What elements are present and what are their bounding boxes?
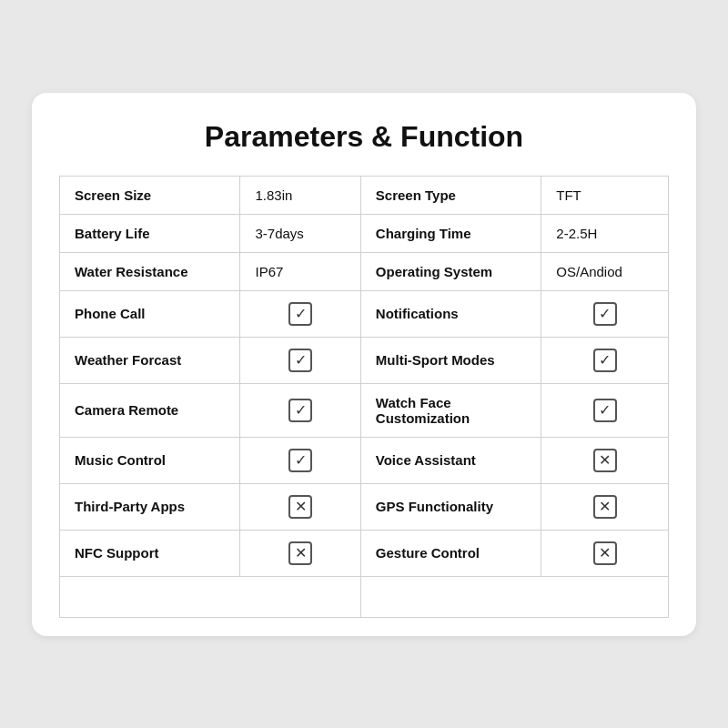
right-label: Operating System	[360, 252, 541, 290]
left-label: NFC Support	[60, 530, 240, 576]
left-label: Battery Life	[60, 214, 240, 252]
right-value: 2-2.5H	[541, 214, 669, 252]
left-label: Water Resistance	[60, 252, 240, 290]
right-value: TFT	[541, 176, 669, 214]
check-yes-icon: ✓	[288, 302, 312, 326]
check-no-icon: ✕	[593, 449, 617, 472]
empty-row	[60, 576, 669, 617]
check-no-icon: ✕	[593, 495, 617, 519]
right-label: Charging Time	[360, 214, 541, 252]
left-check-cell: ✕	[240, 530, 360, 576]
left-label: Screen Size	[60, 176, 240, 214]
right-label: GPS Functionality	[360, 483, 541, 530]
table-row: Camera Remote ✓ Watch Face Customization…	[60, 383, 669, 437]
table-row: Water Resistance IP67 Operating System O…	[60, 252, 669, 290]
right-label: Notifications	[360, 290, 541, 337]
right-label: Gesture Control	[360, 530, 541, 576]
check-no-icon: ✕	[288, 495, 312, 519]
right-check-cell: ✕	[541, 483, 669, 530]
check-no-icon: ✕	[593, 541, 617, 565]
check-yes-icon: ✓	[593, 399, 617, 422]
right-check-cell: ✕	[541, 530, 669, 576]
table-row: Phone Call ✓ Notifications ✓	[60, 290, 669, 337]
check-yes-icon: ✓	[593, 302, 617, 326]
left-value: 3-7days	[240, 214, 360, 252]
table-row: Screen Size 1.83in Screen Type TFT	[60, 176, 669, 214]
main-card: Parameters & Function Screen Size 1.83in…	[32, 93, 696, 636]
left-value: 1.83in	[240, 176, 360, 214]
right-label: Watch Face Customization	[360, 383, 541, 437]
table-row: Weather Forcast ✓ Multi-Sport Modes ✓	[60, 337, 669, 383]
check-no-icon: ✕	[288, 541, 312, 565]
left-check-cell: ✕	[240, 483, 360, 530]
right-label: Screen Type	[360, 176, 541, 214]
left-label: Camera Remote	[60, 383, 240, 437]
left-check-cell: ✓	[240, 383, 360, 437]
page-title: Parameters & Function	[59, 120, 669, 154]
check-yes-icon: ✓	[593, 349, 617, 372]
check-yes-icon: ✓	[288, 449, 312, 472]
check-yes-icon: ✓	[288, 349, 312, 372]
right-check-cell: ✓	[541, 290, 669, 337]
left-value: IP67	[240, 252, 360, 290]
right-label: Voice Assistant	[360, 437, 541, 483]
table-row: Battery Life 3-7days Charging Time 2-2.5…	[60, 214, 669, 252]
left-label: Music Control	[60, 437, 240, 483]
right-check-cell: ✓	[541, 337, 669, 383]
left-label: Weather Forcast	[60, 337, 240, 383]
table-row: Third-Party Apps ✕ GPS Functionality ✕	[60, 483, 669, 530]
left-check-cell: ✓	[240, 337, 360, 383]
left-label: Third-Party Apps	[60, 483, 240, 530]
left-label: Phone Call	[60, 290, 240, 337]
right-label: Multi-Sport Modes	[360, 337, 541, 383]
right-check-cell: ✕	[541, 437, 669, 483]
check-yes-icon: ✓	[288, 399, 312, 422]
right-check-cell: ✓	[541, 383, 669, 437]
table-row: Music Control ✓ Voice Assistant ✕	[60, 437, 669, 483]
left-check-cell: ✓	[240, 437, 360, 483]
table-row: NFC Support ✕ Gesture Control ✕	[60, 530, 669, 576]
params-table: Screen Size 1.83in Screen Type TFT Batte…	[59, 176, 669, 618]
left-check-cell: ✓	[240, 290, 360, 337]
right-value: OS/Andiod	[541, 252, 669, 290]
